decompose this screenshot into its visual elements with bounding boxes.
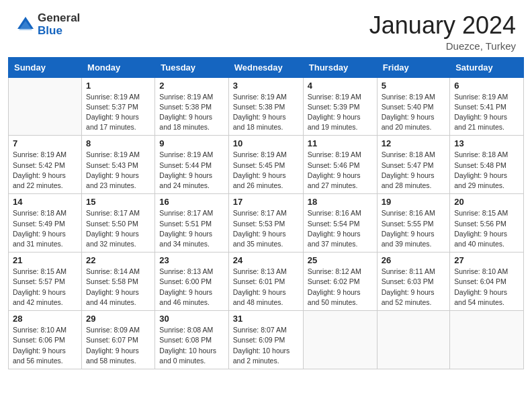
calendar-week-1: 1Sunrise: 8:19 AMSunset: 5:37 PMDaylight…	[9, 77, 524, 136]
calendar-cell	[450, 311, 524, 369]
day-number: 28	[13, 314, 77, 324]
day-number: 18	[308, 197, 373, 207]
calendar-cell: 22Sunrise: 8:14 AMSunset: 5:58 PMDayligh…	[82, 253, 155, 311]
calendar-cell: 17Sunrise: 8:17 AMSunset: 5:53 PMDayligh…	[228, 194, 303, 253]
day-number: 31	[233, 314, 299, 324]
col-saturday: Saturday	[450, 57, 524, 77]
col-wednesday: Wednesday	[228, 57, 303, 77]
day-info: Sunrise: 8:18 AMSunset: 5:49 PMDaylight:…	[13, 208, 77, 249]
calendar-cell: 13Sunrise: 8:18 AMSunset: 5:48 PMDayligh…	[450, 136, 524, 194]
col-tuesday: Tuesday	[155, 57, 228, 77]
day-info: Sunrise: 8:19 AMSunset: 5:38 PMDaylight:…	[233, 92, 299, 133]
title-block: January 2024 Duezce, Turkey	[369, 12, 516, 52]
day-info: Sunrise: 8:19 AMSunset: 5:39 PMDaylight:…	[308, 92, 373, 133]
day-number: 16	[159, 197, 224, 207]
calendar-cell: 14Sunrise: 8:18 AMSunset: 5:49 PMDayligh…	[9, 194, 82, 253]
logo-general: General	[38, 12, 80, 25]
day-info: Sunrise: 8:07 AMSunset: 6:09 PMDaylight:…	[233, 325, 299, 366]
day-info: Sunrise: 8:17 AMSunset: 5:53 PMDaylight:…	[233, 208, 299, 249]
calendar-cell: 11Sunrise: 8:19 AMSunset: 5:46 PMDayligh…	[303, 136, 377, 194]
day-info: Sunrise: 8:18 AMSunset: 5:48 PMDaylight:…	[454, 150, 519, 191]
calendar-cell: 5Sunrise: 8:19 AMSunset: 5:40 PMDaylight…	[377, 77, 449, 136]
calendar-cell: 4Sunrise: 8:19 AMSunset: 5:39 PMDaylight…	[303, 77, 377, 136]
calendar-cell: 10Sunrise: 8:19 AMSunset: 5:45 PMDayligh…	[228, 136, 303, 194]
calendar-cell: 9Sunrise: 8:19 AMSunset: 5:44 PMDaylight…	[155, 136, 228, 194]
calendar-cell: 15Sunrise: 8:17 AMSunset: 5:50 PMDayligh…	[82, 194, 155, 253]
day-info: Sunrise: 8:14 AMSunset: 5:58 PMDaylight:…	[86, 267, 150, 308]
day-number: 11	[308, 138, 373, 148]
day-number: 17	[233, 197, 299, 207]
day-number: 19	[382, 197, 445, 207]
day-number: 27	[454, 255, 519, 265]
calendar-cell: 31Sunrise: 8:07 AMSunset: 6:09 PMDayligh…	[228, 311, 303, 369]
day-info: Sunrise: 8:19 AMSunset: 5:41 PMDaylight:…	[454, 92, 519, 133]
col-thursday: Thursday	[303, 57, 377, 77]
calendar-cell: 6Sunrise: 8:19 AMSunset: 5:41 PMDaylight…	[450, 77, 524, 136]
day-info: Sunrise: 8:15 AMSunset: 5:57 PMDaylight:…	[13, 267, 77, 308]
calendar-body: 1Sunrise: 8:19 AMSunset: 5:37 PMDaylight…	[9, 77, 524, 369]
day-number: 4	[308, 81, 373, 91]
day-number: 23	[159, 255, 224, 265]
calendar-cell: 18Sunrise: 8:16 AMSunset: 5:54 PMDayligh…	[303, 194, 377, 253]
day-number: 25	[308, 255, 373, 265]
day-number: 14	[13, 197, 77, 207]
header-row: Sunday Monday Tuesday Wednesday Thursday…	[9, 57, 524, 77]
day-number: 21	[13, 255, 77, 265]
day-info: Sunrise: 8:10 AMSunset: 6:04 PMDaylight:…	[454, 267, 519, 308]
calendar-cell: 25Sunrise: 8:12 AMSunset: 6:02 PMDayligh…	[303, 253, 377, 311]
calendar-cell: 30Sunrise: 8:08 AMSunset: 6:08 PMDayligh…	[155, 311, 228, 369]
calendar-week-4: 21Sunrise: 8:15 AMSunset: 5:57 PMDayligh…	[9, 253, 524, 311]
day-number: 26	[382, 255, 445, 265]
calendar-cell: 19Sunrise: 8:16 AMSunset: 5:55 PMDayligh…	[377, 194, 449, 253]
day-number: 30	[159, 314, 224, 324]
logo-text: General Blue	[38, 12, 80, 37]
header: General Blue January 2024 Duezce, Turkey	[0, 0, 532, 57]
day-number: 8	[86, 138, 150, 148]
calendar-week-5: 28Sunrise: 8:10 AMSunset: 6:06 PMDayligh…	[9, 311, 524, 369]
day-info: Sunrise: 8:18 AMSunset: 5:47 PMDaylight:…	[382, 150, 445, 191]
day-info: Sunrise: 8:19 AMSunset: 5:38 PMDaylight:…	[159, 92, 224, 133]
day-number: 24	[233, 255, 299, 265]
calendar-cell: 28Sunrise: 8:10 AMSunset: 6:06 PMDayligh…	[9, 311, 82, 369]
col-friday: Friday	[377, 57, 449, 77]
calendar-cell: 21Sunrise: 8:15 AMSunset: 5:57 PMDayligh…	[9, 253, 82, 311]
day-number: 5	[382, 81, 445, 91]
day-number: 6	[454, 81, 519, 91]
day-info: Sunrise: 8:16 AMSunset: 5:55 PMDaylight:…	[382, 208, 445, 249]
day-info: Sunrise: 8:13 AMSunset: 6:00 PMDaylight:…	[159, 267, 224, 308]
calendar-cell	[377, 311, 449, 369]
calendar-cell: 26Sunrise: 8:11 AMSunset: 6:03 PMDayligh…	[377, 253, 449, 311]
calendar-cell	[9, 77, 82, 136]
day-number: 9	[159, 138, 224, 148]
calendar-cell: 24Sunrise: 8:13 AMSunset: 6:01 PMDayligh…	[228, 253, 303, 311]
day-info: Sunrise: 8:17 AMSunset: 5:50 PMDaylight:…	[86, 208, 150, 249]
page: General Blue January 2024 Duezce, Turkey…	[0, 0, 532, 377]
location: Duezce, Turkey	[369, 40, 516, 52]
day-info: Sunrise: 8:10 AMSunset: 6:06 PMDaylight:…	[13, 325, 77, 366]
month-title: January 2024	[369, 12, 516, 39]
day-number: 13	[454, 138, 519, 148]
calendar-cell: 16Sunrise: 8:17 AMSunset: 5:51 PMDayligh…	[155, 194, 228, 253]
day-info: Sunrise: 8:16 AMSunset: 5:54 PMDaylight:…	[308, 208, 373, 249]
day-number: 7	[13, 138, 77, 148]
day-info: Sunrise: 8:17 AMSunset: 5:51 PMDaylight:…	[159, 208, 224, 249]
calendar-cell: 23Sunrise: 8:13 AMSunset: 6:00 PMDayligh…	[155, 253, 228, 311]
col-sunday: Sunday	[9, 57, 82, 77]
calendar-wrapper: Sunday Monday Tuesday Wednesday Thursday…	[0, 57, 532, 377]
calendar-cell: 8Sunrise: 8:19 AMSunset: 5:43 PMDaylight…	[82, 136, 155, 194]
day-info: Sunrise: 8:12 AMSunset: 6:02 PMDaylight:…	[308, 267, 373, 308]
day-info: Sunrise: 8:13 AMSunset: 6:01 PMDaylight:…	[233, 267, 299, 308]
calendar-week-3: 14Sunrise: 8:18 AMSunset: 5:49 PMDayligh…	[9, 194, 524, 253]
col-monday: Monday	[82, 57, 155, 77]
logo-icon	[16, 15, 35, 34]
day-info: Sunrise: 8:19 AMSunset: 5:43 PMDaylight:…	[86, 150, 150, 191]
day-info: Sunrise: 8:15 AMSunset: 5:56 PMDaylight:…	[454, 208, 519, 249]
day-info: Sunrise: 8:11 AMSunset: 6:03 PMDaylight:…	[382, 267, 445, 308]
day-info: Sunrise: 8:09 AMSunset: 6:07 PMDaylight:…	[86, 325, 150, 366]
day-number: 20	[454, 197, 519, 207]
calendar-cell: 29Sunrise: 8:09 AMSunset: 6:07 PMDayligh…	[82, 311, 155, 369]
calendar-cell: 12Sunrise: 8:18 AMSunset: 5:47 PMDayligh…	[377, 136, 449, 194]
calendar-week-2: 7Sunrise: 8:19 AMSunset: 5:42 PMDaylight…	[9, 136, 524, 194]
calendar-table: Sunday Monday Tuesday Wednesday Thursday…	[8, 57, 524, 369]
calendar-cell: 27Sunrise: 8:10 AMSunset: 6:04 PMDayligh…	[450, 253, 524, 311]
